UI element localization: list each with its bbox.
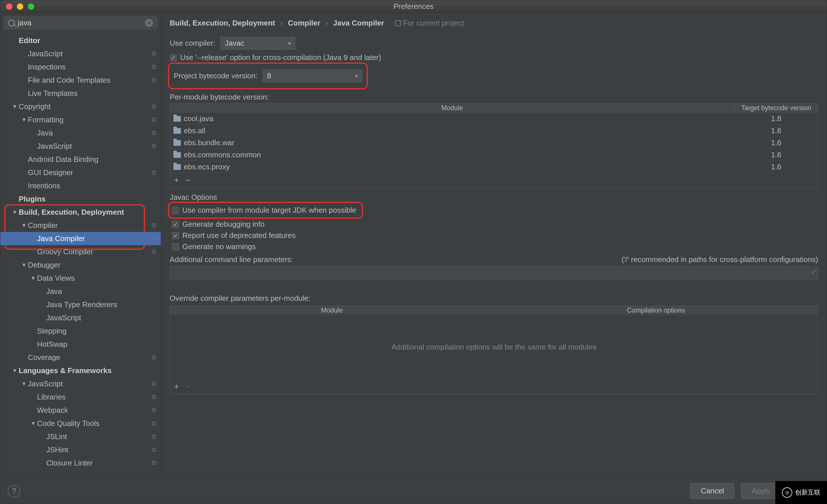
tree-item-label: Java Compiler (37, 234, 85, 243)
tree-item-label: HotSwap (37, 340, 67, 349)
tree-item[interactable]: Inspections⧉ (0, 60, 161, 73)
override-module-header[interactable]: Module (170, 306, 494, 315)
tree-item[interactable]: JSLint⧉ (0, 430, 161, 443)
module-column-header[interactable]: Module (170, 104, 735, 112)
target-version-cell[interactable]: 1.6 (735, 162, 818, 171)
module-row[interactable]: cool.java1.8 (170, 112, 818, 124)
tree-item[interactable]: ▾Debugger (0, 258, 161, 271)
search-field[interactable]: × (4, 16, 157, 29)
tree-item[interactable]: Libraries⧉ (0, 390, 161, 404)
help-button[interactable]: ? (8, 485, 20, 497)
settings-tree[interactable]: EditorJavaScript⧉Inspections⧉File and Co… (0, 33, 161, 478)
tree-item[interactable]: ▾Build, Execution, Deployment (0, 205, 161, 219)
tree-item[interactable]: Java Compiler⧉ (0, 232, 161, 245)
project-scope-icon: ⧉ (152, 446, 156, 453)
tree-item[interactable]: GUI Designer⧉ (0, 166, 161, 179)
tree-item-label: File and Code Templates (28, 76, 110, 85)
checkbox-icon (172, 232, 179, 239)
release-option-checkbox[interactable]: Use '--release' option for cross-compila… (170, 53, 818, 62)
tree-item-label: Debugger (28, 261, 61, 269)
window-title: Preferences (393, 2, 434, 11)
tree-item-label: Compiler (28, 221, 58, 230)
override-options-header[interactable]: Compilation options (494, 306, 818, 315)
tree-item[interactable]: ▾Code Quality Tools⧉ (0, 417, 161, 430)
checkbox-icon (172, 221, 179, 228)
target-jdk-checkbox[interactable]: Use compiler from module target JDK when… (172, 206, 356, 215)
tree-item[interactable]: Stepping (0, 324, 161, 338)
bytecode-version-select[interactable]: 8▾ (263, 69, 362, 82)
tree-item-label: Inspections (28, 62, 66, 71)
deprecated-checkbox[interactable]: Report use of deprecated features (172, 231, 818, 240)
checkbox-icon (172, 207, 179, 214)
zoom-window-button[interactable] (28, 3, 34, 10)
projects-icon (395, 20, 401, 26)
tree-item[interactable]: HotSwap (0, 338, 161, 351)
apply-button[interactable]: Apply (741, 483, 781, 499)
tree-item[interactable]: Java⧉ (0, 126, 161, 140)
module-row[interactable]: ebs.ecs.proxy1.6 (170, 161, 818, 173)
tree-item[interactable]: ▾Compiler⧉ (0, 219, 161, 232)
tree-item[interactable]: Live Templates (0, 87, 161, 100)
tree-item[interactable]: Groovy Compiler⧉ (0, 245, 161, 258)
tree-item[interactable]: Intentions (0, 179, 161, 192)
tree-item[interactable]: JSHint⧉ (0, 443, 161, 456)
debug-info-checkbox[interactable]: Generate debugging info (172, 220, 818, 229)
tree-item-label: Android Data Binding (28, 155, 98, 164)
tree-item[interactable]: Webpack⧉ (0, 404, 161, 417)
tree-item[interactable]: Editor (0, 34, 161, 47)
module-name: ebs.all (184, 126, 205, 135)
remove-module-button[interactable]: − (186, 175, 191, 185)
tree-item[interactable]: JavaScript⧉ (0, 140, 161, 153)
override-empty-text: Additional compilation options will be t… (170, 315, 818, 379)
no-warnings-checkbox[interactable]: Generate no warnings (172, 242, 818, 251)
tree-item[interactable]: Closure Linter⧉ (0, 456, 161, 469)
project-scope-icon: ⧉ (152, 50, 156, 57)
target-version-cell[interactable]: 1.6 (735, 138, 818, 147)
cancel-button[interactable]: Cancel (690, 483, 735, 499)
clear-search-icon[interactable]: × (145, 19, 153, 27)
tree-item[interactable]: JavaScript (0, 311, 161, 324)
target-column-header[interactable]: Target bytecode version (735, 104, 818, 112)
target-version-cell[interactable]: 1.6 (735, 126, 818, 135)
breadcrumb: Build, Execution, Deployment › Compiler … (161, 13, 827, 29)
crumb-0[interactable]: Build, Execution, Deployment (170, 19, 275, 28)
tree-item[interactable]: ▾JavaScript⧉ (0, 377, 161, 390)
tree-item[interactable]: Android Data Binding (0, 153, 161, 166)
tree-item[interactable]: ▾Formatting⧉ (0, 113, 161, 126)
search-input[interactable] (18, 18, 142, 27)
tree-item[interactable]: ▾Data Views (0, 271, 161, 285)
crumb-1[interactable]: Compiler (288, 19, 321, 28)
tree-item[interactable]: ▾Copyright⧉ (0, 100, 161, 113)
tree-item[interactable]: Java Type Renderers (0, 298, 161, 311)
tree-item-label: Java (46, 287, 62, 296)
tree-item[interactable]: Java (0, 285, 161, 298)
tree-item-label: Live Templates (28, 89, 78, 98)
chevron-icon: ▾ (12, 208, 17, 216)
module-row[interactable]: ebs.commons.common1.6 (170, 149, 818, 161)
add-override-button[interactable]: + (174, 382, 179, 392)
params-hint: ('/' recommended in paths for cross-plat… (621, 255, 818, 264)
tree-item[interactable]: JavaScript⧉ (0, 47, 161, 60)
tree-item[interactable]: ▾Languages & Frameworks (0, 364, 161, 377)
add-module-button[interactable]: + (174, 175, 179, 185)
use-compiler-select[interactable]: Javac▾ (221, 37, 295, 50)
close-window-button[interactable] (6, 3, 12, 10)
chevron-icon: ▾ (21, 380, 27, 388)
tree-item[interactable]: File and Code Templates⧉ (0, 73, 161, 87)
target-version-cell[interactable]: 1.6 (735, 150, 818, 159)
project-scope-icon: ⧉ (152, 103, 156, 110)
module-row[interactable]: ebs.all1.6 (170, 124, 818, 137)
tree-item[interactable]: Plugins (0, 192, 161, 205)
tree-item-label: Closure Linter (46, 459, 93, 467)
expand-icon[interactable]: ⤢ (811, 268, 816, 275)
chevron-icon: ▾ (30, 274, 36, 282)
chevron-icon: ▾ (21, 261, 27, 269)
tree-item-label: Webpack (37, 406, 68, 415)
params-input[interactable]: ⤢ (170, 266, 818, 280)
chevron-icon: ▾ (21, 116, 27, 123)
tree-item[interactable]: Coverage⧉ (0, 351, 161, 364)
module-row[interactable]: ebs.bundle.war1.6 (170, 137, 818, 149)
module-name: ebs.ecs.proxy (184, 162, 230, 171)
minimize-window-button[interactable] (17, 3, 23, 10)
target-version-cell[interactable]: 1.8 (735, 114, 818, 123)
